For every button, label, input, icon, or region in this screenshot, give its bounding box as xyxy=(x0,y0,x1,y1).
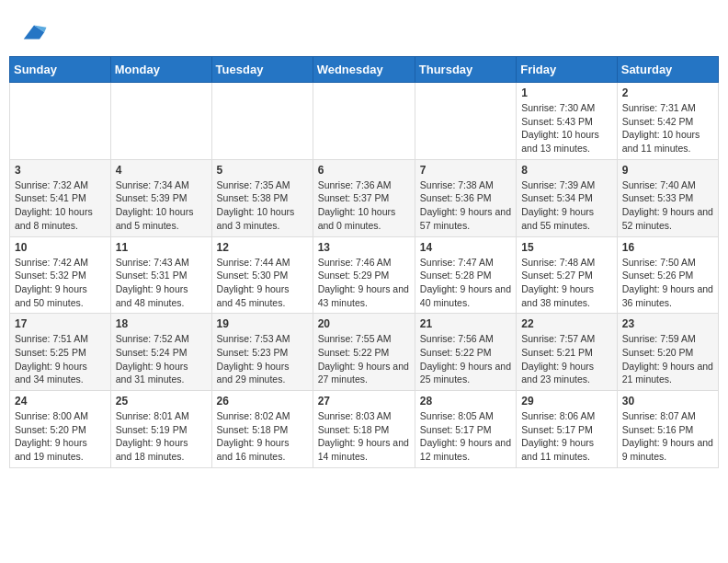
day-number: 10 xyxy=(15,241,106,254)
day-info: Sunrise: 7:51 AMSunset: 5:25 PMDaylight:… xyxy=(15,332,106,386)
day-header-wednesday: Wednesday xyxy=(313,57,415,83)
calendar-cell: 9Sunrise: 7:40 AMSunset: 5:33 PMDaylight… xyxy=(617,159,718,236)
day-number: 11 xyxy=(116,241,207,254)
calendar-cell: 13Sunrise: 7:46 AMSunset: 5:29 PMDayligh… xyxy=(313,236,415,314)
day-info: Sunrise: 8:06 AMSunset: 5:17 PMDaylight:… xyxy=(521,409,612,464)
day-number: 19 xyxy=(217,317,308,330)
day-number: 13 xyxy=(318,241,410,254)
day-info: Sunrise: 8:01 AMSunset: 5:19 PMDaylight:… xyxy=(116,409,207,464)
day-info: Sunrise: 7:36 AMSunset: 5:37 PMDaylight:… xyxy=(318,178,410,233)
day-number: 23 xyxy=(622,317,713,330)
day-info: Sunrise: 8:00 AMSunset: 5:20 PMDaylight:… xyxy=(15,409,106,464)
day-info: Sunrise: 7:32 AMSunset: 5:41 PMDaylight:… xyxy=(15,178,106,233)
day-info: Sunrise: 8:07 AMSunset: 5:16 PMDaylight:… xyxy=(622,409,713,464)
calendar-cell: 21Sunrise: 7:56 AMSunset: 5:22 PMDayligh… xyxy=(415,314,516,391)
calendar-cell: 11Sunrise: 7:43 AMSunset: 5:31 PMDayligh… xyxy=(110,236,211,314)
day-info: Sunrise: 7:42 AMSunset: 5:32 PMDaylight:… xyxy=(15,256,106,310)
day-number: 4 xyxy=(116,164,207,177)
day-header-monday: Monday xyxy=(110,57,211,83)
day-number: 28 xyxy=(420,395,511,408)
day-number: 29 xyxy=(521,395,612,408)
day-number: 3 xyxy=(15,164,106,177)
day-header-tuesday: Tuesday xyxy=(211,57,313,83)
day-number: 2 xyxy=(622,86,713,99)
day-info: Sunrise: 7:53 AMSunset: 5:23 PMDaylight:… xyxy=(217,332,308,386)
day-number: 20 xyxy=(318,317,410,330)
calendar-cell: 28Sunrise: 8:05 AMSunset: 5:17 PMDayligh… xyxy=(415,391,516,468)
day-number: 1 xyxy=(521,86,612,99)
day-info: Sunrise: 7:39 AMSunset: 5:34 PMDaylight:… xyxy=(521,178,612,233)
day-number: 24 xyxy=(15,395,106,408)
day-info: Sunrise: 7:34 AMSunset: 5:39 PMDaylight:… xyxy=(116,178,207,233)
day-number: 17 xyxy=(15,317,106,330)
day-info: Sunrise: 7:40 AMSunset: 5:33 PMDaylight:… xyxy=(622,178,713,233)
day-info: Sunrise: 7:46 AMSunset: 5:29 PMDaylight:… xyxy=(318,256,410,310)
calendar-cell: 16Sunrise: 7:50 AMSunset: 5:26 PMDayligh… xyxy=(617,236,718,314)
logo-icon xyxy=(20,18,48,46)
day-info: Sunrise: 7:50 AMSunset: 5:26 PMDaylight:… xyxy=(622,256,713,310)
day-info: Sunrise: 7:57 AMSunset: 5:21 PMDaylight:… xyxy=(521,332,612,386)
day-number: 12 xyxy=(217,241,308,254)
calendar-cell: 10Sunrise: 7:42 AMSunset: 5:32 PMDayligh… xyxy=(10,236,111,314)
logo xyxy=(18,18,48,46)
day-number: 8 xyxy=(521,164,612,177)
calendar-cell: 15Sunrise: 7:48 AMSunset: 5:27 PMDayligh… xyxy=(517,236,618,314)
day-info: Sunrise: 7:38 AMSunset: 5:36 PMDaylight:… xyxy=(420,178,511,233)
day-info: Sunrise: 7:31 AMSunset: 5:42 PMDaylight:… xyxy=(622,101,713,155)
day-info: Sunrise: 7:56 AMSunset: 5:22 PMDaylight:… xyxy=(420,332,511,386)
page-header xyxy=(9,9,719,51)
day-number: 14 xyxy=(420,241,511,254)
calendar-cell: 6Sunrise: 7:36 AMSunset: 5:37 PMDaylight… xyxy=(313,159,415,236)
calendar-cell: 8Sunrise: 7:39 AMSunset: 5:34 PMDaylight… xyxy=(517,159,618,236)
day-number: 5 xyxy=(217,164,308,177)
day-info: Sunrise: 7:48 AMSunset: 5:27 PMDaylight:… xyxy=(521,256,612,310)
day-info: Sunrise: 7:52 AMSunset: 5:24 PMDaylight:… xyxy=(116,332,207,386)
day-number: 26 xyxy=(217,395,308,408)
day-number: 6 xyxy=(318,164,410,177)
day-number: 21 xyxy=(420,317,511,330)
day-info: Sunrise: 7:55 AMSunset: 5:22 PMDaylight:… xyxy=(318,332,410,386)
calendar-cell: 17Sunrise: 7:51 AMSunset: 5:25 PMDayligh… xyxy=(10,314,111,391)
calendar-cell: 24Sunrise: 8:00 AMSunset: 5:20 PMDayligh… xyxy=(10,391,111,468)
day-info: Sunrise: 7:30 AMSunset: 5:43 PMDaylight:… xyxy=(521,101,612,155)
calendar-cell: 29Sunrise: 8:06 AMSunset: 5:17 PMDayligh… xyxy=(517,391,618,468)
day-info: Sunrise: 7:35 AMSunset: 5:38 PMDaylight:… xyxy=(217,178,308,233)
calendar-cell: 5Sunrise: 7:35 AMSunset: 5:38 PMDaylight… xyxy=(211,159,313,236)
day-number: 16 xyxy=(622,241,713,254)
calendar-cell: 2Sunrise: 7:31 AMSunset: 5:42 PMDaylight… xyxy=(617,83,718,160)
calendar-cell: 3Sunrise: 7:32 AMSunset: 5:41 PMDaylight… xyxy=(10,159,111,236)
calendar-cell xyxy=(415,83,516,160)
day-number: 30 xyxy=(622,395,713,408)
day-number: 15 xyxy=(521,241,612,254)
day-header-friday: Friday xyxy=(517,57,618,83)
day-number: 22 xyxy=(521,317,612,330)
day-number: 7 xyxy=(420,164,511,177)
calendar-cell xyxy=(211,83,313,160)
calendar-cell: 27Sunrise: 8:03 AMSunset: 5:18 PMDayligh… xyxy=(313,391,415,468)
day-header-sunday: Sunday xyxy=(10,57,111,83)
calendar-cell: 18Sunrise: 7:52 AMSunset: 5:24 PMDayligh… xyxy=(110,314,211,391)
day-number: 9 xyxy=(622,164,713,177)
day-info: Sunrise: 7:59 AMSunset: 5:20 PMDaylight:… xyxy=(622,332,713,386)
calendar-cell: 22Sunrise: 7:57 AMSunset: 5:21 PMDayligh… xyxy=(517,314,618,391)
calendar-cell: 4Sunrise: 7:34 AMSunset: 5:39 PMDaylight… xyxy=(110,159,211,236)
day-info: Sunrise: 8:02 AMSunset: 5:18 PMDaylight:… xyxy=(217,409,308,464)
calendar-cell: 25Sunrise: 8:01 AMSunset: 5:19 PMDayligh… xyxy=(110,391,211,468)
day-number: 27 xyxy=(318,395,410,408)
day-info: Sunrise: 7:43 AMSunset: 5:31 PMDaylight:… xyxy=(116,256,207,310)
day-header-saturday: Saturday xyxy=(617,57,718,83)
day-number: 25 xyxy=(116,395,207,408)
calendar-cell: 7Sunrise: 7:38 AMSunset: 5:36 PMDaylight… xyxy=(415,159,516,236)
day-info: Sunrise: 8:05 AMSunset: 5:17 PMDaylight:… xyxy=(420,409,511,464)
calendar-cell: 1Sunrise: 7:30 AMSunset: 5:43 PMDaylight… xyxy=(517,83,618,160)
calendar-cell xyxy=(110,83,211,160)
day-header-thursday: Thursday xyxy=(415,57,516,83)
calendar-cell: 23Sunrise: 7:59 AMSunset: 5:20 PMDayligh… xyxy=(617,314,718,391)
calendar-cell: 14Sunrise: 7:47 AMSunset: 5:28 PMDayligh… xyxy=(415,236,516,314)
day-number: 18 xyxy=(116,317,207,330)
day-info: Sunrise: 7:47 AMSunset: 5:28 PMDaylight:… xyxy=(420,256,511,310)
day-info: Sunrise: 8:03 AMSunset: 5:18 PMDaylight:… xyxy=(318,409,410,464)
calendar: SundayMondayTuesdayWednesdayThursdayFrid… xyxy=(9,56,719,468)
calendar-cell xyxy=(313,83,415,160)
calendar-cell xyxy=(10,83,111,160)
